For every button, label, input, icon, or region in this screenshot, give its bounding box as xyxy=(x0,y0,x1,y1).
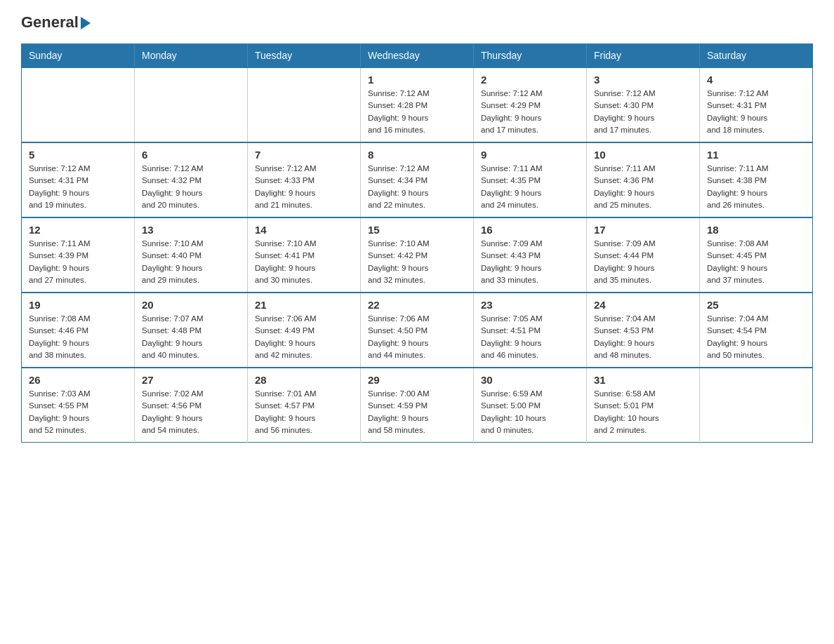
day-info: Sunrise: 7:12 AMSunset: 4:32 PMDaylight:… xyxy=(142,163,240,211)
day-number: 20 xyxy=(142,299,240,311)
day-info: Sunrise: 7:04 AMSunset: 4:53 PMDaylight:… xyxy=(594,313,692,361)
calendar-day-6: 6Sunrise: 7:12 AMSunset: 4:32 PMDaylight… xyxy=(135,142,248,217)
day-info: Sunrise: 7:10 AMSunset: 4:41 PMDaylight:… xyxy=(255,238,353,286)
weekday-header-sunday: Sunday xyxy=(22,44,135,68)
day-number: 3 xyxy=(594,74,692,86)
day-number: 2 xyxy=(481,74,579,86)
weekday-header-saturday: Saturday xyxy=(700,44,813,68)
calendar-day-18: 18Sunrise: 7:08 AMSunset: 4:45 PMDayligh… xyxy=(700,217,813,293)
weekday-header-tuesday: Tuesday xyxy=(248,44,361,68)
calendar-day-7: 7Sunrise: 7:12 AMSunset: 4:33 PMDaylight… xyxy=(248,142,361,217)
calendar-header-row: SundayMondayTuesdayWednesdayThursdayFrid… xyxy=(22,44,813,68)
day-number: 6 xyxy=(142,149,240,161)
calendar-week-row: 5Sunrise: 7:12 AMSunset: 4:31 PMDaylight… xyxy=(22,142,813,217)
weekday-header-thursday: Thursday xyxy=(474,44,587,68)
calendar-week-row: 26Sunrise: 7:03 AMSunset: 4:55 PMDayligh… xyxy=(22,368,813,443)
calendar-week-row: 19Sunrise: 7:08 AMSunset: 4:46 PMDayligh… xyxy=(22,293,813,368)
calendar-day-5: 5Sunrise: 7:12 AMSunset: 4:31 PMDaylight… xyxy=(22,142,135,217)
day-info: Sunrise: 7:06 AMSunset: 4:49 PMDaylight:… xyxy=(255,313,353,361)
day-number: 14 xyxy=(255,224,353,236)
calendar-empty-cell xyxy=(248,67,361,142)
day-info: Sunrise: 7:12 AMSunset: 4:33 PMDaylight:… xyxy=(255,163,353,211)
calendar-day-22: 22Sunrise: 7:06 AMSunset: 4:50 PMDayligh… xyxy=(361,293,474,368)
day-info: Sunrise: 7:12 AMSunset: 4:30 PMDaylight:… xyxy=(594,88,692,136)
day-number: 11 xyxy=(707,149,805,161)
calendar-day-24: 24Sunrise: 7:04 AMSunset: 4:53 PMDayligh… xyxy=(587,293,700,368)
page-header: General xyxy=(21,14,813,31)
calendar-day-8: 8Sunrise: 7:12 AMSunset: 4:34 PMDaylight… xyxy=(361,142,474,217)
day-number: 9 xyxy=(481,149,579,161)
day-info: Sunrise: 7:12 AMSunset: 4:28 PMDaylight:… xyxy=(368,88,466,136)
calendar-day-4: 4Sunrise: 7:12 AMSunset: 4:31 PMDaylight… xyxy=(700,67,813,142)
day-info: Sunrise: 7:11 AMSunset: 4:36 PMDaylight:… xyxy=(594,163,692,211)
calendar-day-9: 9Sunrise: 7:11 AMSunset: 4:35 PMDaylight… xyxy=(474,142,587,217)
day-info: Sunrise: 7:09 AMSunset: 4:44 PMDaylight:… xyxy=(594,238,692,286)
day-number: 30 xyxy=(481,374,579,386)
day-number: 29 xyxy=(368,374,466,386)
weekday-header-wednesday: Wednesday xyxy=(361,44,474,68)
day-number: 26 xyxy=(29,374,127,386)
day-number: 23 xyxy=(481,299,579,311)
calendar-day-25: 25Sunrise: 7:04 AMSunset: 4:54 PMDayligh… xyxy=(700,293,813,368)
day-info: Sunrise: 7:03 AMSunset: 4:55 PMDaylight:… xyxy=(29,388,127,436)
calendar-day-28: 28Sunrise: 7:01 AMSunset: 4:57 PMDayligh… xyxy=(248,368,361,443)
day-info: Sunrise: 7:10 AMSunset: 4:40 PMDaylight:… xyxy=(142,238,240,286)
calendar-week-row: 12Sunrise: 7:11 AMSunset: 4:39 PMDayligh… xyxy=(22,217,813,293)
day-info: Sunrise: 7:12 AMSunset: 4:31 PMDaylight:… xyxy=(707,88,805,136)
day-number: 10 xyxy=(594,149,692,161)
calendar-empty-cell xyxy=(22,67,135,142)
day-number: 27 xyxy=(142,374,240,386)
day-info: Sunrise: 7:05 AMSunset: 4:51 PMDaylight:… xyxy=(481,313,579,361)
day-info: Sunrise: 7:04 AMSunset: 4:54 PMDaylight:… xyxy=(707,313,805,361)
day-number: 25 xyxy=(707,299,805,311)
calendar-day-11: 11Sunrise: 7:11 AMSunset: 4:38 PMDayligh… xyxy=(700,142,813,217)
calendar-week-row: 1Sunrise: 7:12 AMSunset: 4:28 PMDaylight… xyxy=(22,67,813,142)
day-info: Sunrise: 7:09 AMSunset: 4:43 PMDaylight:… xyxy=(481,238,579,286)
day-info: Sunrise: 7:11 AMSunset: 4:35 PMDaylight:… xyxy=(481,163,579,211)
day-info: Sunrise: 7:12 AMSunset: 4:31 PMDaylight:… xyxy=(29,163,127,211)
day-info: Sunrise: 7:11 AMSunset: 4:38 PMDaylight:… xyxy=(707,163,805,211)
calendar-empty-cell xyxy=(135,67,248,142)
day-number: 13 xyxy=(142,224,240,236)
day-number: 7 xyxy=(255,149,353,161)
day-info: Sunrise: 7:11 AMSunset: 4:39 PMDaylight:… xyxy=(29,238,127,286)
day-info: Sunrise: 7:12 AMSunset: 4:34 PMDaylight:… xyxy=(368,163,466,211)
day-number: 15 xyxy=(368,224,466,236)
day-number: 31 xyxy=(594,374,692,386)
calendar-day-12: 12Sunrise: 7:11 AMSunset: 4:39 PMDayligh… xyxy=(22,217,135,293)
weekday-header-monday: Monday xyxy=(135,44,248,68)
day-info: Sunrise: 6:58 AMSunset: 5:01 PMDaylight:… xyxy=(594,388,692,436)
svg-marker-0 xyxy=(81,17,91,29)
logo-general-text: General xyxy=(21,14,91,31)
calendar-day-27: 27Sunrise: 7:02 AMSunset: 4:56 PMDayligh… xyxy=(135,368,248,443)
calendar-day-31: 31Sunrise: 6:58 AMSunset: 5:01 PMDayligh… xyxy=(587,368,700,443)
day-number: 28 xyxy=(255,374,353,386)
calendar-day-20: 20Sunrise: 7:07 AMSunset: 4:48 PMDayligh… xyxy=(135,293,248,368)
calendar-day-17: 17Sunrise: 7:09 AMSunset: 4:44 PMDayligh… xyxy=(587,217,700,293)
calendar-day-10: 10Sunrise: 7:11 AMSunset: 4:36 PMDayligh… xyxy=(587,142,700,217)
day-info: Sunrise: 7:08 AMSunset: 4:45 PMDaylight:… xyxy=(707,238,805,286)
logo: General xyxy=(21,14,91,31)
calendar-day-21: 21Sunrise: 7:06 AMSunset: 4:49 PMDayligh… xyxy=(248,293,361,368)
calendar-day-15: 15Sunrise: 7:10 AMSunset: 4:42 PMDayligh… xyxy=(361,217,474,293)
weekday-header-friday: Friday xyxy=(587,44,700,68)
day-number: 19 xyxy=(29,299,127,311)
calendar-day-16: 16Sunrise: 7:09 AMSunset: 4:43 PMDayligh… xyxy=(474,217,587,293)
calendar-day-30: 30Sunrise: 6:59 AMSunset: 5:00 PMDayligh… xyxy=(474,368,587,443)
day-number: 22 xyxy=(368,299,466,311)
calendar-day-19: 19Sunrise: 7:08 AMSunset: 4:46 PMDayligh… xyxy=(22,293,135,368)
day-number: 1 xyxy=(368,74,466,86)
calendar-day-13: 13Sunrise: 7:10 AMSunset: 4:40 PMDayligh… xyxy=(135,217,248,293)
day-info: Sunrise: 7:00 AMSunset: 4:59 PMDaylight:… xyxy=(368,388,466,436)
calendar-day-26: 26Sunrise: 7:03 AMSunset: 4:55 PMDayligh… xyxy=(22,368,135,443)
day-info: Sunrise: 7:06 AMSunset: 4:50 PMDaylight:… xyxy=(368,313,466,361)
day-number: 17 xyxy=(594,224,692,236)
day-number: 12 xyxy=(29,224,127,236)
day-number: 16 xyxy=(481,224,579,236)
day-info: Sunrise: 7:12 AMSunset: 4:29 PMDaylight:… xyxy=(481,88,579,136)
calendar-empty-cell xyxy=(700,368,813,443)
day-number: 18 xyxy=(707,224,805,236)
calendar-day-29: 29Sunrise: 7:00 AMSunset: 4:59 PMDayligh… xyxy=(361,368,474,443)
day-info: Sunrise: 7:01 AMSunset: 4:57 PMDaylight:… xyxy=(255,388,353,436)
day-number: 5 xyxy=(29,149,127,161)
